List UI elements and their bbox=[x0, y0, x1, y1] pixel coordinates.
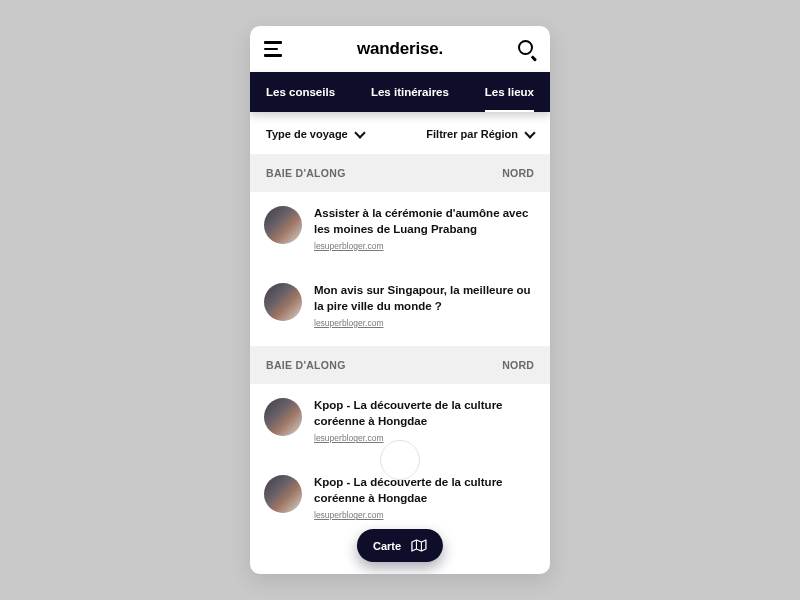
list-item-title: Kpop - La découverte de la culture corée… bbox=[314, 398, 536, 429]
list-item-body: Assister à la cérémonie d'aumône avec le… bbox=[314, 206, 536, 251]
list-item[interactable]: Mon avis sur Singapour, la meilleure ou … bbox=[250, 269, 550, 346]
list-item[interactable]: Assister à la cérémonie d'aumône avec le… bbox=[250, 192, 550, 269]
list-item-title: Mon avis sur Singapour, la meilleure ou … bbox=[314, 283, 536, 314]
tab-bar: Les conseils Les itinéraires Les lieux bbox=[250, 72, 550, 112]
list-item-body: Kpop - La découverte de la culture corée… bbox=[314, 398, 536, 443]
map-button[interactable]: Carte bbox=[357, 529, 443, 562]
filter-type-label: Type de voyage bbox=[266, 128, 348, 140]
list-item-source: lesuperbloger.com bbox=[314, 318, 536, 328]
section-region: NORD bbox=[502, 359, 534, 371]
menu-icon[interactable] bbox=[264, 41, 282, 57]
search-icon[interactable] bbox=[518, 40, 536, 58]
filter-type[interactable]: Type de voyage bbox=[266, 128, 364, 140]
chevron-down-icon bbox=[524, 127, 535, 138]
map-button-label: Carte bbox=[373, 540, 401, 552]
section-header: BAIE D'ALONG NORD bbox=[250, 346, 550, 384]
map-icon bbox=[411, 539, 427, 552]
list-item-source: lesuperbloger.com bbox=[314, 510, 536, 520]
brand-logo: wanderise. bbox=[357, 39, 443, 59]
filter-region-label: Filtrer par Région bbox=[426, 128, 518, 140]
list-item-title: Assister à la cérémonie d'aumône avec le… bbox=[314, 206, 536, 237]
thumbnail bbox=[264, 206, 302, 244]
list-item-source: lesuperbloger.com bbox=[314, 433, 536, 443]
list-item-body: Kpop - La découverte de la culture corée… bbox=[314, 475, 536, 520]
app-frame: wanderise. Les conseils Les itinéraires … bbox=[250, 26, 550, 574]
tab-conseils[interactable]: Les conseils bbox=[266, 72, 335, 112]
section-title: BAIE D'ALONG bbox=[266, 359, 346, 371]
thumbnail bbox=[264, 283, 302, 321]
tab-itineraires[interactable]: Les itinéraires bbox=[371, 72, 449, 112]
list-item-source: lesuperbloger.com bbox=[314, 241, 536, 251]
thumbnail bbox=[264, 398, 302, 436]
list-item-title: Kpop - La découverte de la culture corée… bbox=[314, 475, 536, 506]
chevron-down-icon bbox=[354, 127, 365, 138]
section-region: NORD bbox=[502, 167, 534, 179]
list-item-body: Mon avis sur Singapour, la meilleure ou … bbox=[314, 283, 536, 328]
section-title: BAIE D'ALONG bbox=[266, 167, 346, 179]
filter-region[interactable]: Filtrer par Région bbox=[426, 128, 534, 140]
section-header: BAIE D'ALONG NORD bbox=[250, 154, 550, 192]
decorative-circle bbox=[380, 440, 420, 480]
topbar: wanderise. bbox=[250, 26, 550, 72]
tab-lieux[interactable]: Les lieux bbox=[485, 72, 534, 112]
filter-bar: Type de voyage Filtrer par Région bbox=[250, 112, 550, 154]
results-scroll[interactable]: BAIE D'ALONG NORD Assister à la cérémoni… bbox=[250, 154, 550, 574]
thumbnail bbox=[264, 475, 302, 513]
